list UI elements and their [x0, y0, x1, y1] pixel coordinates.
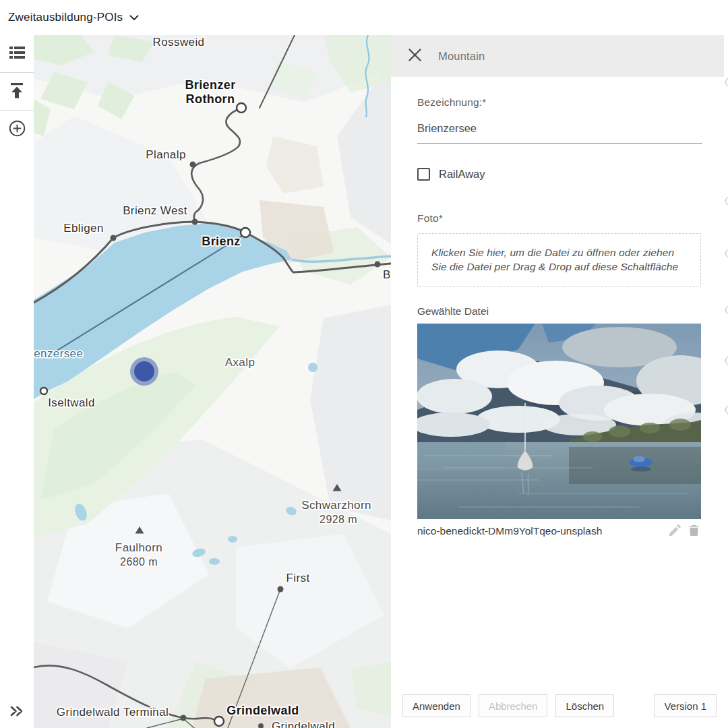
delete-file-button[interactable] [686, 524, 701, 539]
panel-footer: Anwenden Abbrechen Löschen Version 1 [391, 694, 728, 717]
map-label-faulhorn-elev: 2680 m [120, 556, 158, 568]
delete-button[interactable]: Löschen [555, 694, 614, 717]
add-poi-button[interactable] [0, 111, 34, 148]
map-label-b-cut: B [383, 268, 391, 281]
close-icon [408, 49, 421, 63]
chevron-down-icon[interactable] [129, 15, 139, 21]
app-header: Zweitausbildung-POIs [0, 0, 728, 35]
close-panel-button[interactable] [404, 46, 425, 66]
name-input[interactable] [417, 118, 702, 144]
workspace-title[interactable]: Zweitausbildung-POIs [8, 11, 123, 24]
map-label-rothorn2: Rothorn [186, 92, 235, 106]
poi-marker[interactable] [130, 357, 158, 386]
map-svg: Rossweid Brienzer Rothorn Planalp Brienz… [34, 35, 391, 728]
right-scroll-strip[interactable] [724, 35, 728, 728]
apply-button[interactable]: Anwenden [402, 694, 471, 717]
map-label-ebligen: Ebligen [63, 222, 104, 235]
map-label-brienz-west: Brienz West [123, 204, 187, 217]
map-label-axalp: Axalp [225, 356, 255, 369]
trash-icon [689, 524, 699, 538]
name-field-label: Bezeichnung:* [417, 96, 701, 109]
map-label-rossweid: Rossweid [153, 36, 205, 49]
railaway-row: RailAway [417, 168, 701, 181]
map-label-first: First [286, 572, 309, 584]
railaway-label: RailAway [439, 168, 485, 181]
map-label-iseltwald: Iseltwald [48, 396, 95, 409]
map-label-schwarzhorn-elev: 2928 m [320, 514, 357, 525]
list-icon [9, 47, 25, 61]
expand-sidebar-button[interactable] [0, 698, 34, 725]
panel-body: Bezeichnung:* RailAway Foto* Klicken Sie… [391, 77, 728, 539]
layer-list-button[interactable] [0, 35, 34, 72]
pencil-icon [669, 524, 681, 538]
railaway-checkbox[interactable] [417, 168, 430, 181]
add-circle-icon [9, 120, 26, 139]
tool-sidebar [0, 35, 34, 728]
upload-button[interactable] [0, 73, 34, 110]
edit-file-button[interactable] [667, 524, 682, 539]
poi-detail-panel: Mountain Bezeichnung:* RailAway Foto* Kl… [391, 35, 728, 728]
file-dropzone[interactable]: Klicken Sie hier, um die Datei zu öffnen… [417, 233, 701, 287]
map-label-grindelwald2: Grindelwald [272, 720, 335, 728]
map-label-rothorn1: Brienzer [185, 78, 235, 92]
map-label-brienz: Brienz [202, 235, 240, 248]
map-label-lake: ienzersee [34, 347, 83, 360]
selected-file-row: nico-benedickt-DMm9YolTqeo-unsplash [417, 524, 701, 539]
photo-field-label: Foto* [417, 212, 701, 224]
panel-header: Mountain [391, 35, 728, 77]
selected-photo-thumbnail [417, 324, 701, 519]
map-label-faulhorn: Faulhorn [115, 541, 162, 554]
map-canvas[interactable]: Rossweid Brienzer Rothorn Planalp Brienz… [34, 35, 391, 728]
double-chevron-right-icon [10, 706, 24, 719]
cancel-button[interactable]: Abbrechen [479, 694, 548, 717]
version-button[interactable]: Version 1 [654, 694, 717, 717]
selected-file-name: nico-benedickt-DMm9YolTqeo-unsplash [417, 525, 663, 537]
upload-icon [9, 83, 24, 100]
dropzone-hint-text: Klicken Sie hier, um die Datei zu öffnen… [431, 245, 687, 274]
photo-illustration [417, 324, 701, 519]
map-label-grindelwald: Grindelwald [226, 704, 299, 717]
panel-title: Mountain [438, 50, 485, 63]
map-label-planalp: Planalp [146, 148, 186, 161]
map-label-schwarzhorn: Schwarzhorn [301, 499, 371, 512]
map-label-grindelwald-terminal: Grindelwald Terminal [57, 706, 169, 719]
selected-file-label: Gewählte Datei [417, 305, 701, 317]
